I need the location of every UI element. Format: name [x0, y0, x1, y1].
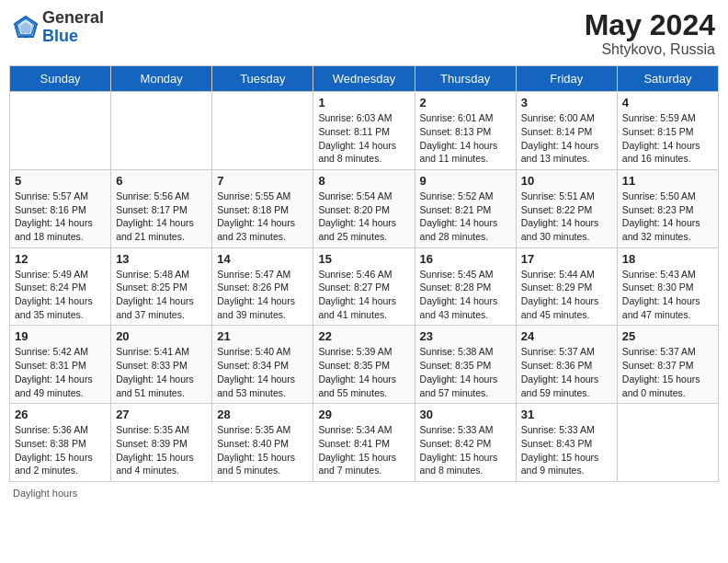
- day-info: Sunrise: 5:46 AM Sunset: 8:27 PM Dayligh…: [318, 268, 409, 322]
- day-number: 3: [521, 96, 612, 109]
- calendar-cell-2-7: 11Sunrise: 5:50 AM Sunset: 8:23 PM Dayli…: [617, 169, 718, 247]
- calendar-week-row-3: 12Sunrise: 5:49 AM Sunset: 8:24 PM Dayli…: [10, 247, 719, 326]
- day-number: 16: [420, 252, 511, 266]
- day-info: Sunrise: 5:52 AM Sunset: 8:21 PM Dayligh…: [420, 190, 511, 244]
- day-number: 15: [318, 252, 409, 266]
- day-number: 31: [521, 408, 612, 421]
- logo-text: General Blue: [42, 9, 104, 46]
- calendar-cell-4-1: 19Sunrise: 5:42 AM Sunset: 8:31 PM Dayli…: [10, 326, 111, 404]
- day-info: Sunrise: 5:38 AM Sunset: 8:35 PM Dayligh…: [420, 345, 511, 399]
- day-number: 10: [521, 174, 612, 188]
- day-info: Sunrise: 6:03 AM Sunset: 8:11 PM Dayligh…: [318, 111, 409, 166]
- day-number: 18: [622, 252, 713, 266]
- day-number: 2: [420, 96, 511, 109]
- calendar-cell-3-3: 14Sunrise: 5:47 AM Sunset: 8:26 PM Dayli…: [212, 247, 313, 326]
- calendar-cell-1-2: [111, 92, 212, 170]
- location: Shtykovo, Russia: [585, 41, 715, 58]
- calendar-cell-1-1: [10, 92, 111, 170]
- calendar-cell-1-5: 2Sunrise: 6:01 AM Sunset: 8:13 PM Daylig…: [415, 92, 516, 170]
- logo-icon: [13, 15, 39, 40]
- day-info: Sunrise: 5:57 AM Sunset: 8:16 PM Dayligh…: [15, 190, 106, 244]
- day-info: Sunrise: 5:37 AM Sunset: 8:37 PM Dayligh…: [622, 345, 713, 399]
- day-info: Sunrise: 5:54 AM Sunset: 8:20 PM Dayligh…: [318, 190, 409, 244]
- day-info: Sunrise: 5:34 AM Sunset: 8:41 PM Dayligh…: [318, 423, 409, 477]
- calendar-cell-2-2: 6Sunrise: 5:56 AM Sunset: 8:17 PM Daylig…: [111, 169, 212, 247]
- calendar-cell-2-5: 9Sunrise: 5:52 AM Sunset: 8:21 PM Daylig…: [415, 169, 516, 247]
- page: General Blue May 2024 Shtykovo, Russia S…: [0, 0, 728, 563]
- calendar-cell-4-7: 25Sunrise: 5:37 AM Sunset: 8:37 PM Dayli…: [617, 326, 718, 404]
- calendar-cell-1-6: 3Sunrise: 6:00 AM Sunset: 8:14 PM Daylig…: [516, 92, 617, 170]
- day-number: 6: [116, 174, 207, 188]
- day-number: 25: [622, 329, 713, 343]
- day-number: 5: [15, 174, 106, 188]
- calendar-cell-5-3: 28Sunrise: 5:35 AM Sunset: 8:40 PM Dayli…: [212, 404, 313, 482]
- day-info: Sunrise: 6:00 AM Sunset: 8:14 PM Dayligh…: [521, 111, 612, 166]
- calendar-cell-3-6: 17Sunrise: 5:44 AM Sunset: 8:29 PM Dayli…: [516, 247, 617, 326]
- day-number: 14: [217, 252, 308, 266]
- calendar-cell-5-4: 29Sunrise: 5:34 AM Sunset: 8:41 PM Dayli…: [313, 404, 415, 482]
- day-info: Sunrise: 5:42 AM Sunset: 8:31 PM Dayligh…: [15, 345, 106, 399]
- weekday-header-thursday: Thursday: [415, 66, 516, 92]
- day-info: Sunrise: 5:35 AM Sunset: 8:39 PM Dayligh…: [116, 423, 207, 477]
- day-number: 1: [318, 96, 409, 109]
- calendar-cell-4-6: 24Sunrise: 5:37 AM Sunset: 8:36 PM Dayli…: [516, 326, 617, 404]
- calendar-cell-3-1: 12Sunrise: 5:49 AM Sunset: 8:24 PM Dayli…: [10, 247, 111, 326]
- calendar-cell-2-1: 5Sunrise: 5:57 AM Sunset: 8:16 PM Daylig…: [10, 169, 111, 247]
- calendar-week-row-4: 19Sunrise: 5:42 AM Sunset: 8:31 PM Dayli…: [10, 326, 719, 404]
- weekday-header-sunday: Sunday: [10, 66, 111, 92]
- calendar-cell-4-4: 22Sunrise: 5:39 AM Sunset: 8:35 PM Dayli…: [313, 326, 415, 404]
- calendar-week-row-2: 5Sunrise: 5:57 AM Sunset: 8:16 PM Daylig…: [10, 169, 719, 247]
- calendar-cell-5-2: 27Sunrise: 5:35 AM Sunset: 8:39 PM Dayli…: [111, 404, 212, 482]
- calendar-cell-3-2: 13Sunrise: 5:48 AM Sunset: 8:25 PM Dayli…: [111, 247, 212, 326]
- day-info: Sunrise: 5:49 AM Sunset: 8:24 PM Dayligh…: [15, 268, 106, 322]
- day-info: Sunrise: 5:40 AM Sunset: 8:34 PM Dayligh…: [217, 345, 308, 399]
- day-info: Sunrise: 5:55 AM Sunset: 8:18 PM Dayligh…: [217, 190, 308, 244]
- day-info: Sunrise: 5:33 AM Sunset: 8:42 PM Dayligh…: [420, 423, 511, 477]
- calendar-cell-4-2: 20Sunrise: 5:41 AM Sunset: 8:33 PM Dayli…: [111, 326, 212, 404]
- day-number: 23: [420, 329, 511, 343]
- day-number: 7: [217, 174, 308, 188]
- day-number: 30: [420, 408, 511, 421]
- calendar-cell-1-3: [212, 92, 313, 170]
- day-number: 26: [15, 408, 106, 421]
- calendar-cell-4-5: 23Sunrise: 5:38 AM Sunset: 8:35 PM Dayli…: [415, 326, 516, 404]
- month-year: May 2024: [585, 9, 715, 41]
- calendar-cell-1-7: 4Sunrise: 5:59 AM Sunset: 8:15 PM Daylig…: [617, 92, 718, 170]
- logo-blue-text: Blue: [42, 27, 78, 45]
- header: General Blue May 2024 Shtykovo, Russia: [9, 9, 719, 58]
- calendar-cell-2-6: 10Sunrise: 5:51 AM Sunset: 8:22 PM Dayli…: [516, 169, 617, 247]
- day-info: Sunrise: 5:50 AM Sunset: 8:23 PM Dayligh…: [622, 190, 713, 244]
- day-info: Sunrise: 5:41 AM Sunset: 8:33 PM Dayligh…: [116, 345, 207, 399]
- day-number: 9: [420, 174, 511, 188]
- calendar-cell-5-5: 30Sunrise: 5:33 AM Sunset: 8:42 PM Dayli…: [415, 404, 516, 482]
- day-number: 12: [15, 252, 106, 266]
- calendar-cell-3-5: 16Sunrise: 5:45 AM Sunset: 8:28 PM Dayli…: [415, 247, 516, 326]
- calendar-cell-3-4: 15Sunrise: 5:46 AM Sunset: 8:27 PM Dayli…: [313, 247, 415, 326]
- day-info: Sunrise: 5:37 AM Sunset: 8:36 PM Dayligh…: [521, 345, 612, 399]
- day-info: Sunrise: 5:35 AM Sunset: 8:40 PM Dayligh…: [217, 423, 308, 477]
- day-number: 20: [116, 329, 207, 343]
- weekday-header-row: SundayMondayTuesdayWednesdayThursdayFrid…: [10, 66, 719, 92]
- daylight-label: Daylight hours: [13, 488, 77, 499]
- calendar-week-row-1: 1Sunrise: 6:03 AM Sunset: 8:11 PM Daylig…: [10, 92, 719, 170]
- day-number: 27: [116, 408, 207, 421]
- weekday-header-friday: Friday: [516, 66, 617, 92]
- calendar-cell-2-3: 7Sunrise: 5:55 AM Sunset: 8:18 PM Daylig…: [212, 169, 313, 247]
- footer-note: Daylight hours: [9, 488, 719, 499]
- day-info: Sunrise: 6:01 AM Sunset: 8:13 PM Dayligh…: [420, 111, 511, 166]
- day-number: 11: [622, 174, 713, 188]
- day-number: 17: [521, 252, 612, 266]
- weekday-header-monday: Monday: [111, 66, 212, 92]
- day-number: 8: [318, 174, 409, 188]
- calendar-week-row-5: 26Sunrise: 5:36 AM Sunset: 8:38 PM Dayli…: [10, 404, 719, 482]
- day-info: Sunrise: 5:43 AM Sunset: 8:30 PM Dayligh…: [622, 268, 713, 322]
- day-number: 24: [521, 329, 612, 343]
- calendar-cell-5-1: 26Sunrise: 5:36 AM Sunset: 8:38 PM Dayli…: [10, 404, 111, 482]
- calendar-cell-5-6: 31Sunrise: 5:33 AM Sunset: 8:43 PM Dayli…: [516, 404, 617, 482]
- day-number: 28: [217, 408, 308, 421]
- calendar-cell-3-7: 18Sunrise: 5:43 AM Sunset: 8:30 PM Dayli…: [617, 247, 718, 326]
- day-info: Sunrise: 5:51 AM Sunset: 8:22 PM Dayligh…: [521, 190, 612, 244]
- title-block: May 2024 Shtykovo, Russia: [585, 9, 715, 58]
- day-info: Sunrise: 5:59 AM Sunset: 8:15 PM Dayligh…: [622, 111, 713, 166]
- weekday-header-saturday: Saturday: [617, 66, 718, 92]
